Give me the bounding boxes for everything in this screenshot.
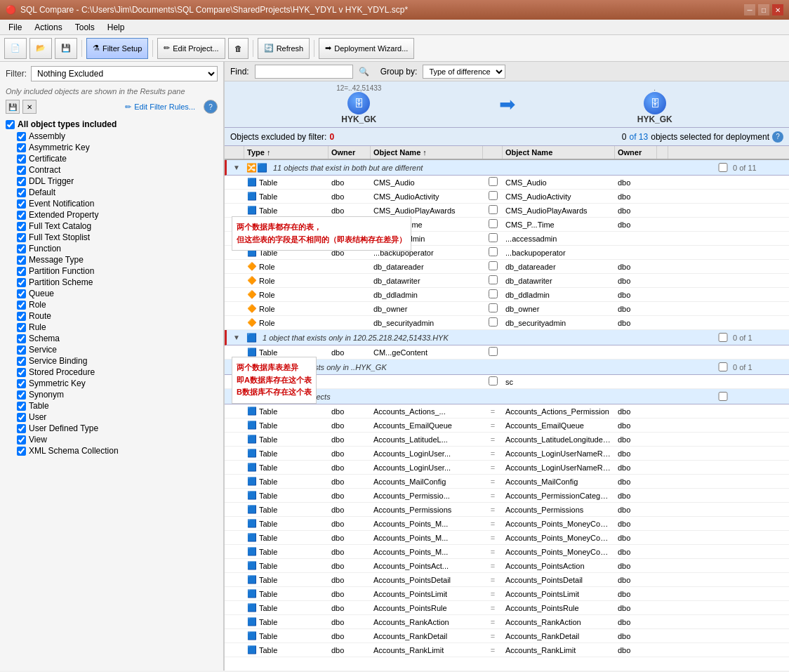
table-row[interactable]: 🟦TabledboAccounts_Actions_...=Accounts_A… — [225, 404, 789, 419]
table-row[interactable]: 🟦Tabledbo...accessadmin...accessadmin — [225, 232, 789, 246]
table-row[interactable]: 🟦Tabledbo...backupoperator...backupopera… — [225, 246, 789, 260]
table-row[interactable]: 🔶Roledb_datareaderdb_datareaderdbo — [225, 260, 789, 274]
table-row[interactable]: 🔶Roledb_ddladmindb_ddladmindbo — [225, 288, 789, 302]
type-checkbox[interactable] — [17, 177, 26, 186]
table-row[interactable]: 🟦TabledboAccounts_Permissions=Accounts_P… — [225, 503, 789, 517]
new-button[interactable]: 📄 — [4, 38, 27, 59]
menu-tools[interactable]: Tools — [69, 21, 100, 34]
type-checkbox[interactable] — [17, 188, 26, 197]
table-row[interactable]: 🔶Roledb_ownerdb_ownerdbo — [225, 302, 789, 316]
group-checkbox[interactable] — [713, 392, 733, 401]
table-row[interactable]: 🟦TabledboCMS_AudioCMS_Audiodbo — [225, 176, 789, 190]
type-checkbox[interactable] — [17, 345, 26, 355]
table-cell[interactable] — [483, 261, 503, 272]
table-cell[interactable]: = — [483, 519, 503, 529]
table-cell[interactable]: = — [483, 407, 503, 416]
table-cell[interactable] — [483, 218, 503, 230]
table-cell[interactable]: = — [483, 603, 503, 613]
table-cell[interactable]: = — [483, 463, 503, 473]
type-checkbox[interactable] — [17, 289, 26, 298]
type-checkbox[interactable] — [17, 154, 26, 164]
find-input[interactable] — [255, 65, 353, 79]
save-button[interactable]: 💾 — [55, 38, 77, 59]
table-cell[interactable]: = — [483, 645, 503, 655]
table-cell[interactable] — [483, 176, 503, 188]
row-checkbox[interactable] — [489, 205, 498, 214]
type-checkbox[interactable] — [17, 323, 26, 332]
edit-project-button[interactable]: ✏ Edit Project... — [157, 38, 225, 59]
maximize-button[interactable]: □ — [758, 4, 769, 15]
group-toggle[interactable]: ▼ — [227, 334, 246, 341]
table-row[interactable]: 🟦TabledboCMS_AudioPlayAwardsCMS_AudioPla… — [225, 204, 789, 218]
refresh-button[interactable]: 🔄 Refresh — [258, 38, 310, 59]
type-checkbox[interactable] — [17, 244, 26, 253]
row-checkbox[interactable] — [489, 261, 498, 270]
table-cell[interactable] — [483, 303, 503, 315]
col-header-owner-right[interactable]: Owner — [615, 146, 657, 159]
remove-button[interactable]: 🗑 — [228, 38, 248, 59]
table-cell[interactable]: = — [483, 505, 503, 515]
col-header-object-name-right[interactable]: Object Name — [503, 146, 615, 159]
table-row[interactable]: 🟦TabledboAccounts_RankLimit=Accounts_Ran… — [225, 643, 789, 657]
group-checkbox[interactable] — [713, 163, 733, 172]
table-row[interactable]: 🟦TabledboAccounts_PointsRule=Accounts_Po… — [225, 601, 789, 615]
type-checkbox[interactable] — [17, 267, 26, 276]
deployment-wizard-button[interactable]: ➡ Deployment Wizard... — [319, 38, 414, 59]
table-row[interactable]: 🔶Roledb_datawriterdb_datawriterdbo — [225, 274, 789, 288]
table-cell[interactable] — [483, 246, 503, 258]
group-checkbox[interactable] — [713, 362, 733, 371]
menu-file[interactable]: File — [3, 21, 27, 34]
table-row[interactable]: 🟦TabledboAccounts_LoginUser...=Accounts_… — [225, 447, 789, 461]
filter-save-button[interactable]: 💾 — [6, 100, 20, 114]
table-cell[interactable] — [483, 376, 503, 388]
table-cell[interactable]: = — [483, 617, 503, 627]
group-toggle[interactable]: ▼ — [227, 164, 246, 171]
table-row[interactable]: 🟦TabledboAccounts_Points_M...=Accounts_P… — [225, 545, 789, 559]
row-checkbox[interactable] — [489, 347, 498, 356]
row-checkbox[interactable] — [489, 289, 498, 298]
table-row[interactable]: 🟦TabledboAccounts_MailConfig=Accounts_Ma… — [225, 475, 789, 489]
filter-help-button[interactable]: ? — [204, 100, 218, 114]
table-row[interactable]: 🟦TabledboAccounts_Points_M...=Accounts_P… — [225, 531, 789, 545]
type-checkbox[interactable] — [17, 233, 26, 242]
row-checkbox[interactable] — [489, 376, 498, 386]
type-checkbox[interactable] — [17, 278, 26, 287]
table-row[interactable]: 🟦TabledboAccounts_PointsDetail=Accounts_… — [225, 573, 789, 587]
table-row[interactable]: 🟦TabledboAccounts_Points_M...=Accounts_P… — [225, 517, 789, 531]
type-checkbox[interactable] — [17, 132, 26, 141]
type-checkbox[interactable] — [17, 222, 26, 231]
table-cell[interactable]: = — [483, 561, 503, 571]
type-checkbox[interactable] — [17, 143, 26, 152]
edit-filter-button[interactable]: ✏ Edit Filter Rules... — [119, 101, 201, 113]
type-checkbox[interactable] — [17, 199, 26, 209]
type-checkbox[interactable] — [17, 312, 26, 321]
table-row[interactable]: 👤Usersc — [225, 375, 789, 389]
table-cell[interactable]: = — [483, 477, 503, 487]
menu-actions[interactable]: Actions — [29, 21, 67, 34]
row-checkbox[interactable] — [489, 191, 498, 200]
type-checkbox[interactable] — [17, 368, 26, 377]
groupby-select[interactable]: Type of difference — [423, 65, 505, 79]
type-checkbox[interactable] — [17, 435, 26, 444]
table-cell[interactable] — [483, 190, 503, 202]
row-checkbox[interactable] — [489, 247, 498, 256]
row-checkbox[interactable] — [489, 275, 498, 284]
minimize-button[interactable]: ─ — [744, 4, 755, 15]
row-checkbox[interactable] — [489, 233, 498, 242]
type-checkbox[interactable] — [17, 357, 26, 366]
table-row[interactable]: 🟦TabledboAccounts_RankAction=Accounts_Ra… — [225, 615, 789, 629]
table-cell[interactable] — [483, 204, 503, 216]
col-header-owner[interactable]: Owner — [329, 146, 371, 159]
table-cell[interactable]: = — [483, 421, 503, 430]
col-header-object-name-left[interactable]: Object Name ↑ — [371, 146, 483, 159]
table-row[interactable]: 🟦TabledboAccounts_RankDetail=Accounts_Ra… — [225, 629, 789, 643]
table-cell[interactable] — [483, 275, 503, 286]
type-checkbox[interactable] — [17, 413, 26, 422]
type-checkbox[interactable] — [17, 379, 26, 388]
table-row[interactable]: 🟦TabledboAccounts_EmailQueue=Accounts_Em… — [225, 419, 789, 433]
table-row[interactable]: 🟦TabledboAccounts_LoginUser...=Accounts_… — [225, 461, 789, 475]
table-cell[interactable]: = — [483, 435, 503, 444]
table-cell[interactable]: = — [483, 631, 503, 641]
filter-select[interactable]: Nothing Excluded — [31, 66, 218, 81]
table-row[interactable]: 🔶Roledb_securityadmindb_securityadmindbo — [225, 316, 789, 330]
